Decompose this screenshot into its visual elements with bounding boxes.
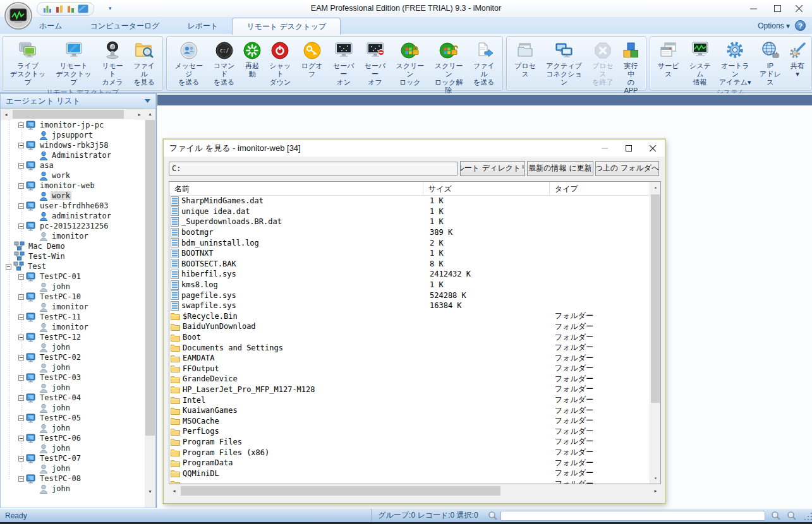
tree-item-computer[interactable]: imonitor-jp-pc bbox=[1, 120, 144, 130]
app-logo-button[interactable] bbox=[4, 1, 33, 30]
tree-item-label[interactable]: john bbox=[51, 484, 71, 493]
tree-item-user[interactable]: john bbox=[1, 362, 144, 372]
ribbon-button-remote-desktop[interactable]: リモート デスクトップ bbox=[51, 39, 96, 88]
tree-expander-icon[interactable] bbox=[18, 274, 24, 280]
tree-expander-icon[interactable] bbox=[18, 476, 24, 482]
scroll-up-icon[interactable]: ▴ bbox=[145, 109, 155, 119]
tree-expander-icon[interactable] bbox=[18, 122, 24, 128]
tree-item-label[interactable]: john bbox=[51, 363, 71, 372]
file-row[interactable]: FFOutputフォルダー bbox=[169, 364, 650, 374]
tree-item-label[interactable]: TestPC-03 bbox=[39, 373, 82, 382]
file-name[interactable]: FFOutput bbox=[183, 364, 219, 373]
options-menu[interactable]: Options ▾ bbox=[758, 21, 790, 30]
path-input[interactable] bbox=[169, 162, 458, 176]
scrollbar-thumb[interactable] bbox=[181, 486, 500, 496]
file-row[interactable]: Intelフォルダー bbox=[169, 395, 650, 405]
tree-item-label[interactable]: imonitor bbox=[51, 323, 90, 331]
quick-access-dropdown-icon[interactable]: ▾ bbox=[109, 5, 112, 11]
file-name[interactable]: bdm_uninstall.log bbox=[181, 239, 259, 247]
dialog-close-button[interactable] bbox=[641, 140, 665, 157]
tree-item-user[interactable]: imonitor bbox=[1, 302, 144, 312]
dialog-maximize-button[interactable] bbox=[617, 140, 641, 157]
sidebar-vertical-scrollbar[interactable]: ▴ ▾ bbox=[145, 109, 155, 508]
file-row[interactable]: フォルダー bbox=[169, 479, 650, 484]
file-row[interactable]: ProgramDataフォルダー bbox=[169, 458, 650, 468]
tree-expander-icon[interactable] bbox=[18, 395, 24, 401]
ribbon-button-remote-camera[interactable]: リモート カメラ bbox=[97, 39, 128, 88]
tree-item-computer[interactable]: TestPC-04 bbox=[1, 393, 144, 403]
tree-item-label[interactable]: TestPC-02 bbox=[39, 353, 82, 362]
tree-item-user[interactable]: john bbox=[1, 342, 144, 352]
file-name[interactable]: _Superdownloads.BR.dat bbox=[181, 217, 282, 226]
tree-item-user[interactable]: administrator bbox=[1, 211, 144, 221]
tree-item-user[interactable]: Administrator bbox=[1, 150, 144, 160]
ribbon-button-screen-unlock[interactable]: スクリーン ロック解除 bbox=[430, 39, 468, 96]
ribbon-button-saver-on[interactable]: セーバー オン bbox=[328, 39, 360, 88]
chevron-down-icon[interactable] bbox=[145, 99, 150, 103]
tree-expander-icon[interactable] bbox=[18, 143, 24, 148]
file-row[interactable]: BOOTNXT1 K bbox=[169, 248, 650, 259]
tree-item-group[interactable]: Test-Win bbox=[1, 251, 144, 261]
tree-item-computer[interactable]: windows-rbk3j58 bbox=[1, 140, 144, 150]
tree-item-label[interactable]: asa bbox=[39, 161, 55, 170]
tree-expander-icon[interactable] bbox=[18, 294, 24, 300]
file-row[interactable]: Bootフォルダー bbox=[169, 332, 650, 343]
tab-1[interactable]: コンピューターログ bbox=[76, 18, 174, 35]
file-name[interactable]: GrandeDevice bbox=[183, 374, 238, 383]
tree-item-computer[interactable]: TestPC-08 bbox=[1, 473, 144, 484]
bar-chart-icon[interactable] bbox=[42, 4, 52, 13]
tree-item-label[interactable]: TestPC-05 bbox=[39, 414, 82, 422]
file-row[interactable]: Documents and Settingsフォルダー bbox=[169, 342, 650, 353]
file-name[interactable]: $Recycle.Bin bbox=[183, 312, 238, 321]
file-row[interactable]: EAMDATAフォルダー bbox=[169, 353, 650, 364]
tree-item-user[interactable]: john bbox=[1, 423, 144, 433]
scrollbar-thumb[interactable] bbox=[145, 120, 155, 436]
resize-grip[interactable] bbox=[803, 511, 812, 520]
tree-item-label[interactable]: windows-rbk3j58 bbox=[39, 141, 109, 150]
tree-item-label[interactable]: Mac Demo bbox=[27, 242, 66, 251]
dialog-title-bar[interactable]: ファイル を見る - imonitor-web [34] bbox=[164, 140, 665, 157]
tree-item-computer[interactable]: TestPC-12 bbox=[1, 332, 144, 342]
tree-item-user[interactable]: john bbox=[1, 403, 144, 413]
file-name[interactable]: swapfile.sys bbox=[181, 301, 236, 310]
file-row[interactable]: GrandeDeviceフォルダー bbox=[169, 374, 650, 384]
column-header-size[interactable]: サイズ bbox=[423, 182, 550, 195]
tree-item-label[interactable]: TestPC-01 bbox=[39, 272, 82, 281]
file-name[interactable]: kms8.log bbox=[181, 280, 218, 289]
tree-expander-icon[interactable] bbox=[18, 223, 24, 229]
tree-item-user[interactable]: imonitor bbox=[1, 322, 144, 332]
tree-item-computer[interactable]: imonitor-web bbox=[1, 181, 144, 191]
tree-expander-icon[interactable] bbox=[18, 415, 24, 421]
scroll-down-icon[interactable]: ▾ bbox=[145, 486, 155, 497]
tree-item-label[interactable]: TestPC-06 bbox=[39, 434, 82, 443]
ribbon-button-system-info[interactable]: システム 情報 bbox=[684, 39, 716, 88]
tree-item-label[interactable]: jpsupport bbox=[51, 131, 94, 140]
maximize-button[interactable] bbox=[767, 0, 788, 17]
tree-item-user[interactable]: john bbox=[1, 443, 144, 453]
tree-item-user[interactable]: work bbox=[1, 191, 144, 201]
tree-expander-icon[interactable] bbox=[18, 163, 24, 169]
file-row[interactable]: SharpMindGames.dat1 K bbox=[169, 196, 650, 206]
file-row[interactable]: BOOTSECT.BAK8 K bbox=[169, 259, 650, 270]
title-bar[interactable]: EAM Professional Edition (FREE TRIAL) 9.… bbox=[0, 0, 812, 18]
tree-item-label[interactable]: Test-Win bbox=[27, 252, 66, 261]
file-row[interactable]: unique idea.dat1 K bbox=[169, 206, 650, 217]
file-name[interactable]: EAMDATA bbox=[183, 354, 215, 362]
tree-item-label[interactable]: TestPC-11 bbox=[39, 313, 82, 321]
zoom-out-icon[interactable] bbox=[771, 511, 781, 521]
file-row[interactable]: KuaiwanGamesフォルダー bbox=[169, 405, 650, 416]
tab-3[interactable]: リモート デスクトップ bbox=[232, 18, 341, 35]
scrollbar-thumb[interactable] bbox=[651, 194, 660, 403]
ribbon-button-screen-lock[interactable]: スクリーン ロック bbox=[391, 39, 429, 88]
file-name[interactable]: ProgramData bbox=[183, 458, 233, 467]
file-name[interactable]: MSOCache bbox=[183, 417, 219, 426]
ribbon-button-running-app[interactable]: 実行中 のAPP bbox=[619, 39, 643, 96]
dialog-minimize-button[interactable] bbox=[593, 140, 617, 157]
file-name[interactable]: SharpMindGames.dat bbox=[181, 196, 264, 205]
tab-2[interactable]: レポート bbox=[174, 18, 233, 35]
zoom-in-icon[interactable] bbox=[787, 511, 797, 521]
ribbon-button-restart[interactable]: 再起動 bbox=[240, 39, 264, 80]
file-name[interactable]: BOOTSECT.BAK bbox=[181, 259, 236, 268]
file-row[interactable]: kms8.log1 K bbox=[169, 280, 650, 290]
tree-item-user[interactable]: john bbox=[1, 282, 144, 292]
